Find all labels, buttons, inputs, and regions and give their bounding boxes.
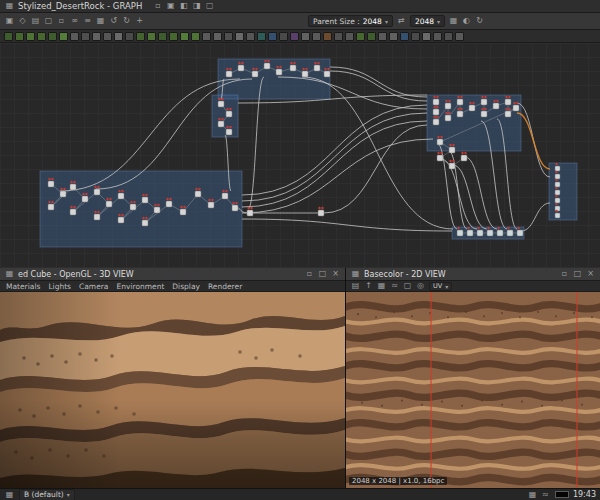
close-icon[interactable]: × — [330, 269, 341, 280]
graph-wire[interactable] — [517, 113, 550, 169]
palette-node-icon[interactable] — [191, 32, 200, 41]
graph-node[interactable] — [457, 99, 463, 105]
palette-node-icon[interactable] — [279, 32, 288, 41]
graph-node[interactable] — [195, 191, 201, 197]
graph-frame[interactable] — [212, 95, 238, 137]
graph-node[interactable] — [247, 210, 253, 216]
graph-node[interactable] — [222, 193, 228, 199]
graph-node[interactable] — [70, 184, 76, 190]
graph-node[interactable] — [437, 139, 443, 145]
graph-node[interactable] — [180, 209, 186, 215]
snap-icon[interactable]: ≡ — [82, 16, 93, 27]
frame-icon[interactable]: ▢ — [43, 16, 54, 27]
maximize-icon[interactable]: □ — [317, 269, 328, 280]
palette-node-icon[interactable] — [147, 32, 156, 41]
graph-node[interactable] — [302, 71, 308, 77]
palette-node-icon[interactable] — [4, 32, 13, 41]
palette-node-icon[interactable] — [411, 32, 420, 41]
palette-node-icon[interactable] — [224, 32, 233, 41]
palette-node-icon[interactable] — [378, 32, 387, 41]
link-sizes-icon[interactable]: ⇄ — [396, 16, 407, 27]
palette-node-icon[interactable] — [81, 32, 90, 41]
palette-node-icon[interactable] — [59, 32, 68, 41]
filter-icon[interactable]: ≈ — [389, 281, 400, 292]
palette-node-icon[interactable] — [312, 32, 321, 41]
graph-node[interactable] — [238, 65, 244, 71]
palette-node-icon[interactable] — [367, 32, 376, 41]
view3d-viewport[interactable] — [0, 292, 345, 488]
graph-node[interactable] — [555, 190, 560, 195]
palette-node-icon[interactable] — [114, 32, 123, 41]
palette-node-icon[interactable] — [433, 32, 442, 41]
palette-node-icon[interactable] — [48, 32, 57, 41]
pixel-ratio-icon[interactable]: ◐ — [461, 16, 472, 27]
graph-node[interactable] — [48, 204, 54, 210]
graph-wire[interactable] — [465, 157, 497, 229]
graph-node[interactable] — [226, 111, 232, 117]
rock-render[interactable] — [0, 292, 345, 488]
add-node-icon[interactable]: + — [134, 16, 145, 27]
undock-icon[interactable]: ▫ — [559, 269, 570, 280]
graph-wire[interactable] — [441, 159, 477, 229]
palette-node-icon[interactable] — [202, 32, 211, 41]
palette-node-icon[interactable] — [268, 32, 277, 41]
uv-toggle[interactable]: UV ▾ — [429, 282, 452, 291]
expose-icon[interactable]: ▦ — [448, 16, 459, 27]
palette-node-icon[interactable] — [70, 32, 79, 41]
pin-icon[interactable]: ▫ — [56, 16, 67, 27]
select-tool-icon[interactable]: ▣ — [4, 16, 15, 27]
graph-node[interactable] — [142, 220, 148, 226]
graph-node[interactable] — [449, 147, 455, 153]
graph-node[interactable] — [252, 71, 258, 77]
graph-node[interactable] — [469, 105, 475, 111]
graph-node[interactable] — [218, 101, 224, 107]
graph-node[interactable] — [94, 189, 100, 195]
grid-toggle-icon[interactable]: ▦ — [527, 489, 538, 500]
split-left-icon[interactable]: ◧ — [178, 1, 189, 12]
graph-wire[interactable] — [242, 121, 427, 207]
palette-node-icon[interactable] — [345, 32, 354, 41]
graph-node[interactable] — [507, 230, 513, 236]
graph-node[interactable] — [555, 198, 560, 203]
graph-node[interactable] — [505, 111, 511, 117]
palette-node-icon[interactable] — [136, 32, 145, 41]
background-color-swatch[interactable] — [555, 491, 569, 498]
palette-node-icon[interactable] — [257, 32, 266, 41]
menu-materials[interactable]: Materials — [6, 282, 40, 291]
graph-node[interactable] — [232, 205, 238, 211]
graph-node[interactable] — [481, 99, 487, 105]
fit-view-icon[interactable]: ◎ — [415, 281, 426, 292]
palette-node-icon[interactable] — [213, 32, 222, 41]
graph-node[interactable] — [226, 71, 232, 77]
palette-node-icon[interactable] — [169, 32, 178, 41]
palette-node-icon[interactable] — [15, 32, 24, 41]
graph-node[interactable] — [290, 65, 296, 71]
palette-node-icon[interactable] — [92, 32, 101, 41]
palette-node-icon[interactable] — [37, 32, 46, 41]
graph-node[interactable] — [433, 99, 439, 105]
move-tool-icon[interactable]: ◇ — [17, 16, 28, 27]
palette-node-icon[interactable] — [301, 32, 310, 41]
graph-node[interactable] — [106, 201, 112, 207]
graph-node[interactable] — [445, 115, 451, 121]
palette-node-icon[interactable] — [180, 32, 189, 41]
graph-node[interactable] — [48, 181, 54, 187]
link-mode-icon[interactable]: ∞ — [69, 16, 80, 27]
new-view-icon[interactable]: ▢ — [204, 1, 215, 12]
palette-node-icon[interactable] — [323, 32, 332, 41]
graph-node[interactable] — [497, 230, 503, 236]
redo-icon[interactable]: ↻ — [121, 16, 132, 27]
graph-node[interactable] — [226, 129, 232, 135]
panel-toggle-icon[interactable]: ▦ — [4, 489, 15, 500]
graph-node[interactable] — [457, 230, 463, 236]
graph-node[interactable] — [166, 201, 172, 207]
palette-node-icon[interactable] — [455, 32, 464, 41]
color-profile-select[interactable]: B (default) ▾ — [19, 489, 75, 500]
close-icon[interactable]: × — [585, 269, 596, 280]
graph-node[interactable] — [208, 202, 214, 208]
graph-node[interactable] — [433, 119, 439, 125]
graph-node[interactable] — [130, 204, 136, 210]
graph-node[interactable] — [118, 217, 124, 223]
menu-camera[interactable]: Camera — [79, 282, 108, 291]
basecolor-texture[interactable] — [346, 292, 600, 488]
